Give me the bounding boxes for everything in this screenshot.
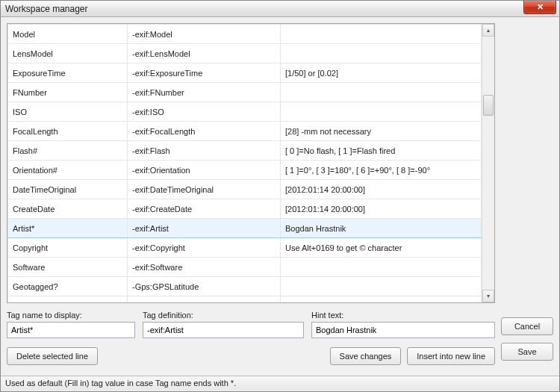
scroll-up-arrow[interactable]: ▴ xyxy=(482,24,494,37)
status-bar: Used as default (Fill in) tag value in c… xyxy=(1,376,559,391)
table-row[interactable]: FocalLength-exif:FocalLength[28] -mm not… xyxy=(8,122,482,141)
cell-hint xyxy=(281,83,482,102)
tag-def-label: Tag definition: xyxy=(143,311,304,320)
cell-tag-name: Flash# xyxy=(8,141,128,161)
table-row[interactable]: Flash#-exif:Flash[ 0 ]=No flash, [ 1 ]=F… xyxy=(8,141,482,161)
table-row[interactable]: DateTimeOriginal-exif:DateTimeOriginal[2… xyxy=(8,180,482,199)
cell-tag-def: -exif:FocalLength xyxy=(128,122,281,141)
cancel-button[interactable]: Cancel xyxy=(501,317,553,335)
save-button[interactable]: Save xyxy=(501,343,553,361)
cell-tag-def: -exif:Artist xyxy=(128,219,281,238)
table-row[interactable]: Geotagged?-Gps:GPSLatitude xyxy=(8,277,482,296)
tag-name-label: Tag name to display: xyxy=(7,311,135,320)
cell-hint: [28] -mm not necessary xyxy=(281,122,482,141)
tag-name-input[interactable] xyxy=(7,322,135,338)
tag-table-container: Model-exif:ModelLensModel-exif:LensModel… xyxy=(7,23,495,303)
hint-text-group: Hint text: xyxy=(311,311,495,338)
cell-tag-name: FNumber xyxy=(8,83,128,102)
table-row[interactable]: LensModel-exif:LensModel xyxy=(8,44,482,63)
cell-tag-def: -Gps:GPSLatitude xyxy=(128,277,281,296)
cell-hint xyxy=(281,258,482,277)
cell-hint: [1/50] or [0.02] xyxy=(281,63,482,83)
scroll-thumb[interactable] xyxy=(483,95,494,116)
cell-hint: [2012:01:14 20:00:00] xyxy=(281,199,482,219)
cell-hint: Use Alt+0169 to get © character xyxy=(281,238,482,258)
hint-text-label: Hint text: xyxy=(311,311,495,320)
close-button[interactable]: ✕ xyxy=(523,1,556,14)
table-row[interactable]: FNumber-exif:FNumber xyxy=(8,83,482,102)
hint-text-input[interactable] xyxy=(311,322,495,338)
title-bar: Workspace manager ✕ xyxy=(1,1,559,17)
cell-tag-name: Orientation# xyxy=(8,161,128,180)
cell-hint: [ 1 ]=0°, [ 3 ]=180°, [ 6 ]=+90°, [ 8 ]=… xyxy=(281,161,482,180)
cell-tag-name: CreateDate xyxy=(8,199,128,219)
cell-tag-def: -exif:Flash xyxy=(128,141,281,161)
delete-line-button[interactable]: Delete selected line xyxy=(7,347,98,365)
tag-def-group: Tag definition: xyxy=(143,311,304,338)
cell-tag-name: FocalLength xyxy=(8,122,128,141)
cell-hint: [2012:01:14 20:00:00] xyxy=(281,180,482,199)
cell-tag-def: -exif:CreateDate xyxy=(128,199,281,219)
cell-tag-def: -exif:Model xyxy=(128,25,281,44)
cell-tag-name: DateTimeOriginal xyxy=(8,180,128,199)
cell-hint xyxy=(281,296,482,303)
status-text: Used as default (Fill in) tag value in c… xyxy=(5,379,236,388)
insert-new-line-button[interactable]: Insert into new line xyxy=(407,347,495,365)
tag-table[interactable]: Model-exif:ModelLensModel-exif:LensModel… xyxy=(7,24,482,302)
table-row[interactable]: Artist*-exif:ArtistBogdan Hrastnik xyxy=(8,219,482,238)
edit-fields-row: Tag name to display: Tag definition: Hin… xyxy=(7,311,495,338)
left-pane: Model-exif:ModelLensModel-exif:LensModel… xyxy=(7,23,495,370)
cell-tag-def: -exif:LensModel xyxy=(128,44,281,63)
save-changes-button[interactable]: Save changes xyxy=(330,347,402,365)
table-row[interactable]: About photo-GUI-SEP xyxy=(8,296,482,303)
cell-tag-def: -exif:Software xyxy=(128,258,281,277)
action-button-row: Delete selected line Save changes Insert… xyxy=(7,347,495,365)
cell-tag-def: -exif:ISO xyxy=(128,102,281,122)
table-row[interactable]: Model-exif:Model xyxy=(8,25,482,44)
cell-tag-name: Model xyxy=(8,25,128,44)
cell-hint xyxy=(281,44,482,63)
table-row[interactable]: Copyright-exif:CopyrightUse Alt+0169 to … xyxy=(8,238,482,258)
table-row[interactable]: ExposureTime-exif:ExposureTime[1/50] or … xyxy=(8,63,482,83)
cell-hint xyxy=(281,25,482,44)
cell-hint: Bogdan Hrastnik xyxy=(281,219,482,238)
cell-tag-name: ExposureTime xyxy=(8,63,128,83)
cell-tag-name: Copyright xyxy=(8,238,128,258)
cell-tag-name: Geotagged? xyxy=(8,277,128,296)
tag-name-group: Tag name to display: xyxy=(7,311,135,338)
vertical-scrollbar[interactable]: ▴ ▾ xyxy=(482,24,494,302)
table-row[interactable]: Orientation#-exif:Orientation[ 1 ]=0°, [… xyxy=(8,161,482,180)
cell-hint xyxy=(281,277,482,296)
right-button-pane: Cancel Save xyxy=(501,23,553,370)
table-row[interactable]: CreateDate-exif:CreateDate[2012:01:14 20… xyxy=(8,199,482,219)
cell-tag-def: -exif:DateTimeOriginal xyxy=(128,180,281,199)
content-area: Model-exif:ModelLensModel-exif:LensModel… xyxy=(1,17,559,376)
cell-tag-name: Artist* xyxy=(8,219,128,238)
cell-tag-def: -exif:ExposureTime xyxy=(128,63,281,83)
tag-table-body: Model-exif:ModelLensModel-exif:LensModel… xyxy=(7,24,482,302)
tag-def-input[interactable] xyxy=(143,322,304,338)
cell-tag-name: About photo xyxy=(8,296,128,303)
cell-tag-name: ISO xyxy=(8,102,128,122)
cell-hint: [ 0 ]=No flash, [ 1 ]=Flash fired xyxy=(281,141,482,161)
cell-tag-def: -exif:Copyright xyxy=(128,238,281,258)
close-icon: ✕ xyxy=(537,2,544,12)
scroll-down-arrow[interactable]: ▾ xyxy=(482,290,494,302)
cell-tag-name: LensModel xyxy=(8,44,128,63)
cell-tag-def: -exif:FNumber xyxy=(128,83,281,102)
table-row[interactable]: ISO-exif:ISO xyxy=(8,102,482,122)
table-row[interactable]: Software-exif:Software xyxy=(8,258,482,277)
window-title: Workspace manager xyxy=(5,4,88,14)
button-spacer xyxy=(104,347,324,365)
cell-tag-name: Software xyxy=(8,258,128,277)
cell-tag-def: -exif:Orientation xyxy=(128,161,281,180)
cell-hint xyxy=(281,102,482,122)
cell-tag-def: -GUI-SEP xyxy=(128,296,281,303)
